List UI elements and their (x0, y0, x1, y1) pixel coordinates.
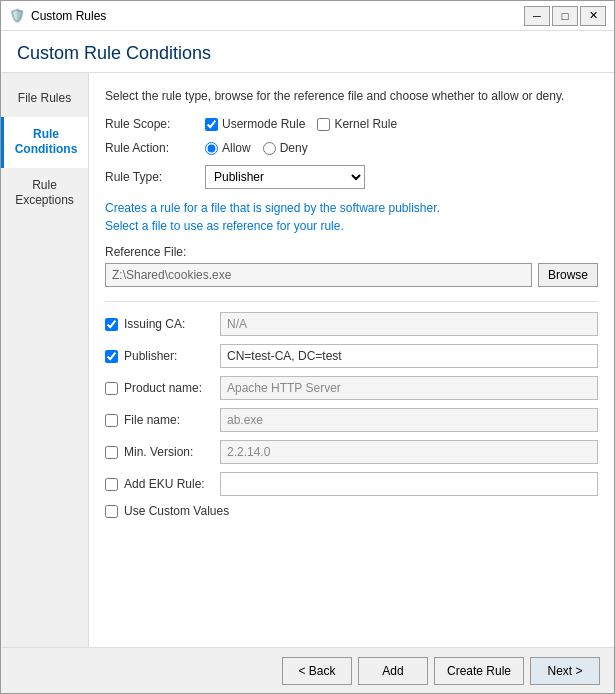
description-text: Select the rule type, browse for the ref… (105, 87, 598, 105)
kernel-rule-label[interactable]: Kernel Rule (317, 117, 397, 131)
reference-file-input[interactable] (105, 263, 532, 287)
app-icon: 🛡️ (9, 8, 25, 24)
page-title: Custom Rule Conditions (1, 31, 614, 73)
publisher-label: Publisher: (124, 349, 214, 363)
publisher-row: Publisher: (105, 344, 598, 368)
next-button[interactable]: Next > (530, 657, 600, 685)
sidebar-item-file-rules[interactable]: File Rules (1, 81, 88, 117)
file-name-checkbox[interactable] (105, 414, 118, 427)
content-area: File Rules RuleConditions RuleExceptions… (1, 73, 614, 647)
product-name-label: Product name: (124, 381, 214, 395)
product-name-row: Product name: (105, 376, 598, 400)
min-version-label: Min. Version: (124, 445, 214, 459)
bottom-bar: < Back Add Create Rule Next > (1, 647, 614, 693)
usermode-rule-checkbox[interactable] (205, 118, 218, 131)
usermode-rule-label[interactable]: Usermode Rule (205, 117, 305, 131)
file-name-row: File name: (105, 408, 598, 432)
use-custom-values-row: Use Custom Values (105, 504, 598, 518)
publisher-checkbox[interactable] (105, 350, 118, 363)
use-custom-values-checkbox[interactable] (105, 505, 118, 518)
deny-radio-label[interactable]: Deny (263, 141, 308, 155)
sidebar-item-rule-exceptions[interactable]: RuleExceptions (1, 168, 88, 219)
rule-action-row: Rule Action: Allow Deny (105, 141, 598, 155)
min-version-checkbox[interactable] (105, 446, 118, 459)
rule-action-controls: Allow Deny (205, 141, 308, 155)
use-custom-values-label: Use Custom Values (124, 504, 229, 518)
rule-type-label: Rule Type: (105, 170, 205, 184)
rule-scope-row: Rule Scope: Usermode Rule Kernel Rule (105, 117, 598, 131)
product-name-input[interactable] (220, 376, 598, 400)
file-name-label: File name: (124, 413, 214, 427)
minimize-button[interactable]: ─ (524, 6, 550, 26)
file-name-input[interactable] (220, 408, 598, 432)
title-bar: 🛡️ Custom Rules ─ □ ✕ (1, 1, 614, 31)
add-eku-rule-row: Add EKU Rule: (105, 472, 598, 496)
add-eku-rule-label: Add EKU Rule: (124, 477, 214, 491)
allow-radio[interactable] (205, 142, 218, 155)
rule-type-select[interactable]: Publisher Hash Path Certificate (205, 165, 365, 189)
rule-action-label: Rule Action: (105, 141, 205, 155)
issuing-ca-label: Issuing CA: (124, 317, 214, 331)
close-button[interactable]: ✕ (580, 6, 606, 26)
add-eku-rule-checkbox[interactable] (105, 478, 118, 491)
issuing-ca-checkbox[interactable] (105, 318, 118, 331)
min-version-input[interactable] (220, 440, 598, 464)
issuing-ca-row: Issuing CA: (105, 312, 598, 336)
sidebar-item-rule-conditions[interactable]: RuleConditions (1, 117, 88, 168)
maximize-button[interactable]: □ (552, 6, 578, 26)
product-name-checkbox[interactable] (105, 382, 118, 395)
main-window: 🛡️ Custom Rules ─ □ ✕ Custom Rule Condit… (0, 0, 615, 694)
publisher-description: Creates a rule for a file that is signed… (105, 199, 598, 235)
sidebar: File Rules RuleConditions RuleExceptions (1, 73, 89, 647)
min-version-row: Min. Version: (105, 440, 598, 464)
properties-container: Issuing CA: Publisher: Product name: (105, 312, 598, 464)
rule-type-row: Rule Type: Publisher Hash Path Certifica… (105, 165, 598, 189)
deny-radio[interactable] (263, 142, 276, 155)
publisher-input[interactable] (220, 344, 598, 368)
issuing-ca-input[interactable] (220, 312, 598, 336)
reference-file-label: Reference File: (105, 245, 598, 259)
window-title: Custom Rules (31, 9, 524, 23)
browse-button[interactable]: Browse (538, 263, 598, 287)
back-button[interactable]: < Back (282, 657, 352, 685)
rule-scope-controls: Usermode Rule Kernel Rule (205, 117, 397, 131)
allow-radio-label[interactable]: Allow (205, 141, 251, 155)
reference-file-row: Browse (105, 263, 598, 287)
create-rule-button[interactable]: Create Rule (434, 657, 524, 685)
add-button[interactable]: Add (358, 657, 428, 685)
kernel-rule-checkbox[interactable] (317, 118, 330, 131)
window-controls: ─ □ ✕ (524, 6, 606, 26)
add-eku-rule-input[interactable] (220, 472, 598, 496)
divider (105, 301, 598, 302)
rule-scope-label: Rule Scope: (105, 117, 205, 131)
main-content-panel: Select the rule type, browse for the ref… (89, 73, 614, 647)
